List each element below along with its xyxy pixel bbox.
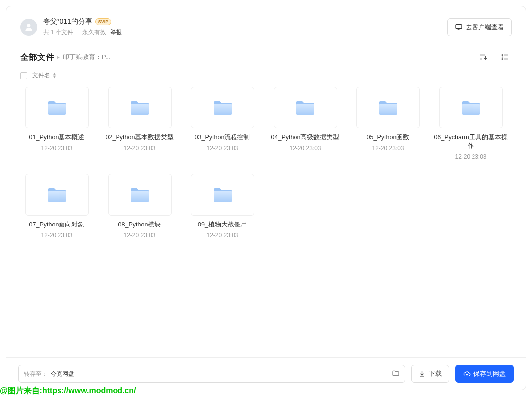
breadcrumb-sep: ▸ [57,54,60,60]
file-date: 12-20 23:03 [347,145,429,152]
avatar [20,19,37,36]
validity: 永久有效 [82,29,106,36]
file-thumbnail [108,87,172,128]
file-thumbnail [108,174,172,216]
file-item[interactable]: 04_Python高级数据类型12-20 23:03 [264,87,347,160]
download-icon [418,370,426,378]
folder-icon [130,186,150,203]
file-name: 05_Python函数 [347,133,429,142]
file-date: 12-20 23:03 [98,145,181,152]
sort-toggle-button[interactable] [477,51,490,63]
svg-point-12 [502,59,503,60]
svg-rect-17 [379,104,397,115]
svg-rect-16 [296,104,314,115]
user-icon [24,22,34,32]
file-thumbnail [356,87,420,128]
destination-label: 转存至： [24,370,48,378]
file-date: 12-20 23:03 [98,232,181,239]
file-name: 02_Python基本数据类型 [98,133,181,142]
download-label: 下载 [429,369,442,378]
share-title-row: 夸父*011的分享 SVIP [43,17,447,26]
sort-icon [479,53,488,61]
file-name: 07_Python面向对象 [15,221,98,229]
page-card: 夸父*011的分享 SVIP 共 1 个文件 永久有效 举报 去客户端查看 全部… [6,6,526,390]
breadcrumb-sub[interactable]: 叩丁狼教育：P... [63,53,111,61]
name-column-header[interactable]: 文件名 [32,71,50,80]
file-name: 04_Python高级数据类型 [264,133,347,142]
download-button[interactable]: 下载 [411,365,449,383]
share-title: 夸父*011的分享 [43,17,92,26]
breadcrumb-root[interactable]: 全部文件 [20,52,54,63]
share-meta: 夸父*011的分享 SVIP 共 1 个文件 永久有效 举报 [43,17,447,37]
file-item[interactable]: 01_Python基本概述12-20 23:03 [15,87,98,160]
list-header: 文件名 ▲▼ [6,68,526,87]
svg-rect-15 [214,104,232,115]
report-link[interactable]: 举报 [110,29,122,36]
folder-icon [461,99,481,116]
folder-icon [47,186,67,203]
folder-icon [213,186,233,203]
select-all-checkbox[interactable] [20,72,27,79]
svg-rect-13 [48,104,66,115]
file-thumbnail [191,174,254,216]
breadcrumb-row: 全部文件 ▸ 叩丁狼教育：P... [6,42,526,68]
file-name: 09_植物大战僵尸 [181,221,264,229]
file-thumbnail [191,87,254,128]
folder-picker-icon [392,369,400,379]
folder-icon [296,99,315,116]
bottom-bar: 转存至： 夸克网盘 下载 保存到网盘 [6,357,526,390]
file-item[interactable]: 02_Python基本数据类型12-20 23:03 [98,87,181,160]
svg-rect-20 [131,191,149,202]
file-item[interactable]: 05_Python函数12-20 23:03 [347,87,429,160]
watermark: @图片来自:https://www.modmod.cn/ [0,386,136,396]
file-date: 12-20 23:03 [181,232,264,239]
svg-rect-1 [456,24,462,28]
svg-point-10 [502,55,503,56]
destination-selector[interactable]: 转存至： 夸克网盘 [18,365,405,383]
file-thumbnail [25,87,89,128]
svg-rect-14 [131,104,149,115]
file-thumbnail [274,87,337,128]
vip-badge: SVIP [95,18,112,25]
file-date: 12-20 23:03 [429,153,512,160]
file-date: 12-20 23:03 [15,232,98,239]
cloud-save-icon [463,370,471,378]
file-grid: 01_Python基本概述12-20 23:03 02_Python基本数据类型… [6,87,526,253]
share-sub: 共 1 个文件 永久有效 举报 [43,28,447,37]
folder-icon [47,99,67,116]
file-thumbnail [439,87,503,128]
folder-icon [130,99,150,116]
open-client-button[interactable]: 去客户端查看 [447,18,512,36]
file-date: 12-20 23:03 [15,145,98,152]
save-label: 保存到网盘 [473,369,506,378]
list-icon [501,53,510,61]
open-client-label: 去客户端查看 [466,23,504,32]
sort-caret-icon: ▲▼ [52,73,57,78]
file-date: 12-20 23:03 [181,145,264,152]
file-thumbnail [25,174,89,216]
file-item[interactable]: 09_植物大战僵尸12-20 23:03 [181,174,264,239]
svg-rect-18 [462,104,480,115]
file-count: 共 1 个文件 [43,29,73,36]
list-view-button[interactable] [499,51,512,63]
svg-rect-19 [48,191,66,202]
file-item[interactable]: 06_Pycharm工具的基本操作12-20 23:03 [429,87,512,160]
svg-point-0 [27,24,31,27]
file-date: 12-20 23:03 [264,145,347,152]
file-item[interactable]: 08_Python模块12-20 23:03 [98,174,181,239]
file-name: 03_Python流程控制 [181,133,264,142]
header: 夸父*011的分享 SVIP 共 1 个文件 永久有效 举报 去客户端查看 [6,6,526,42]
file-item[interactable]: 03_Python流程控制12-20 23:03 [181,87,264,160]
svg-point-11 [502,57,503,57]
destination-value: 夸克网盘 [51,370,74,378]
file-item[interactable]: 07_Python面向对象12-20 23:03 [15,174,98,239]
save-to-drive-button[interactable]: 保存到网盘 [455,365,514,383]
file-name: 06_Pycharm工具的基本操作 [429,133,512,150]
file-name: 08_Python模块 [98,221,181,229]
folder-icon [213,99,233,116]
file-name: 01_Python基本概述 [15,133,98,142]
monitor-icon [455,23,463,31]
svg-rect-21 [214,191,232,202]
folder-icon [378,99,398,116]
